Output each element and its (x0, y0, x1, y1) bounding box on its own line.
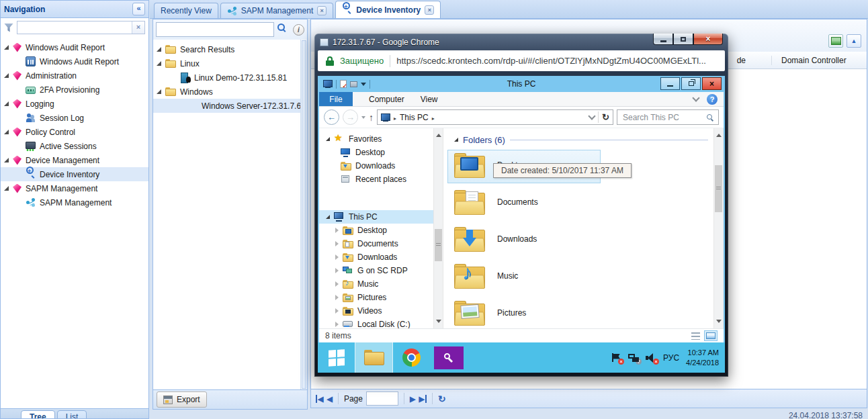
details-view-icon[interactable] (691, 332, 700, 340)
close-button[interactable]: × (693, 34, 723, 45)
expander-icon[interactable] (4, 158, 9, 162)
expander-icon[interactable] (4, 130, 9, 134)
nav-fav-recent-places[interactable]: Recent places (319, 173, 433, 186)
export-image-button[interactable] (828, 34, 843, 48)
collapsed-expander-icon[interactable] (335, 281, 339, 287)
nav-group-policy-control[interactable]: Policy Control (1, 125, 148, 139)
nav-this-pc[interactable]: This PC (319, 210, 433, 224)
info-icon[interactable]: i (293, 24, 304, 36)
start-button[interactable] (318, 342, 355, 373)
up-button[interactable]: ↑ (369, 113, 374, 122)
file-explorer-taskbar-button[interactable] (355, 342, 393, 373)
action-center-flag-icon[interactable]: × (611, 353, 621, 363)
nav-pc-pictures[interactable]: Pictures (319, 291, 433, 304)
tree-node-windows[interactable]: Windows (153, 85, 307, 99)
nav-pc-downloads[interactable]: Downloads (319, 250, 433, 264)
nav-pc-local-disk[interactable]: Local Disk (C:) (319, 318, 433, 328)
folders-group-header[interactable]: Folders (6) (454, 134, 708, 146)
collapsed-expander-icon[interactable] (335, 228, 339, 233)
thumbnail-view-toggle[interactable] (704, 330, 718, 341)
tree-node-linux-demo[interactable]: Linux Demo-172.31.15.81 (153, 71, 307, 85)
tab-list[interactable]: List (57, 410, 87, 419)
nav-fav-desktop[interactable]: Desktop (319, 146, 433, 159)
nav-pc-music[interactable]: Music (319, 277, 433, 291)
collapsed-expander-icon[interactable] (335, 295, 339, 300)
scroll-down-icon[interactable] (716, 320, 722, 326)
nav-pc-documents[interactable]: Documents (319, 237, 433, 250)
maximize-button[interactable] (673, 34, 693, 45)
language-indicator[interactable]: РУС (663, 353, 679, 363)
first-page-button[interactable]: ◀ (316, 395, 323, 403)
tree-node-windows-server[interactable]: Windows Server-172.31.7.67 (153, 99, 307, 113)
last-page-button[interactable]: ▶ (419, 395, 426, 403)
menu-computer[interactable]: Computer (369, 95, 404, 104)
tab-tree[interactable]: Tree (21, 410, 55, 419)
items-pane-scrollbar[interactable] (713, 128, 724, 328)
scrollbar-thumb[interactable] (715, 165, 722, 212)
menu-file[interactable]: File (319, 92, 353, 106)
expand-ribbon-icon[interactable] (692, 94, 699, 101)
expander-icon[interactable] (326, 215, 330, 219)
search-taskbar-button[interactable] (430, 342, 467, 373)
expander-icon[interactable] (157, 47, 161, 52)
address-dropdown-icon[interactable] (588, 112, 595, 120)
scrollbar-thumb[interactable] (435, 229, 442, 261)
nav-pane-scrollbar[interactable] (433, 128, 443, 328)
collapse-panel-button[interactable]: « (132, 3, 145, 15)
scroll-up-icon[interactable] (716, 131, 722, 137)
folder-item-documents[interactable]: Documents (454, 189, 713, 215)
collapsed-expander-icon[interactable] (335, 322, 339, 327)
help-icon[interactable]: ? (707, 94, 718, 105)
nav-group-logging[interactable]: Logging (1, 97, 148, 111)
nav-group-device-management[interactable]: Device Management (1, 153, 148, 167)
chrome-titlebar[interactable]: 172.31.7.67 - Google Chrome × (318, 34, 725, 50)
back-button[interactable]: ← (324, 109, 339, 125)
device-search-input[interactable] (156, 22, 274, 37)
expander-icon[interactable] (157, 89, 161, 94)
nav-item-session-log[interactable]: Session Log (1, 111, 148, 125)
nav-fav-downloads[interactable]: Downloads (319, 159, 433, 173)
nav-item-device-inventory[interactable]: Device Inventory (1, 167, 148, 181)
folder-item-downloads[interactable]: Downloads (454, 226, 713, 252)
clock[interactable]: 10:37 AM 4/24/2018 (686, 348, 719, 367)
tab-recently-view[interactable]: Recently View (154, 3, 218, 18)
tab-sapm-management[interactable]: SAPM Management × (220, 3, 333, 18)
close-tab-icon[interactable]: × (317, 6, 327, 15)
tree-node-linux[interactable]: Linux (153, 56, 307, 71)
collapsed-expander-icon[interactable] (335, 241, 339, 246)
scroll-down-icon[interactable] (436, 320, 441, 326)
network-icon[interactable]: ? (628, 353, 639, 363)
tab-device-inventory[interactable]: Device Inventory × (335, 1, 441, 18)
expander-icon[interactable] (4, 101, 9, 106)
restore-button[interactable] (681, 77, 701, 90)
refresh-icon[interactable]: ↻ (438, 393, 446, 404)
nav-pc-desktop[interactable]: Desktop (319, 224, 433, 237)
minimize-button[interactable] (660, 77, 680, 90)
clear-filter-button[interactable]: × (132, 21, 144, 34)
close-button[interactable]: × (702, 77, 722, 90)
search-icon[interactable] (277, 23, 290, 36)
nav-group-windows-audit-report[interactable]: Windows Audit Report (1, 40, 148, 54)
collapsed-expander-icon[interactable] (335, 254, 339, 260)
url-text[interactable]: https://scedc.krontech.com/rdp-ui/#/clie… (396, 56, 717, 66)
explorer-search-box[interactable] (617, 109, 719, 125)
secure-label[interactable]: Защищено (340, 56, 384, 66)
explorer-search-input[interactable] (621, 112, 706, 123)
refresh-icon[interactable]: ↻ (602, 112, 609, 122)
expander-icon[interactable] (454, 138, 458, 142)
nav-item-active-sessions[interactable]: Active Sessions (1, 139, 148, 153)
folder-item-music[interactable]: Music (454, 263, 713, 289)
navigation-filter-input[interactable] (17, 21, 145, 34)
next-page-button[interactable]: ▶ (410, 395, 415, 403)
nav-group-administration[interactable]: Administration (1, 68, 148, 83)
nav-pc-g-on-sc-rdp[interactable]: G on SC RDP (319, 264, 433, 277)
explorer-titlebar[interactable]: This PC × (319, 76, 724, 92)
nav-favorites[interactable]: Favorites (319, 132, 433, 146)
expander-icon[interactable] (326, 137, 330, 141)
forward-button[interactable]: → (343, 109, 358, 125)
history-dropdown-icon[interactable] (361, 116, 365, 121)
minimize-button[interactable] (653, 34, 673, 45)
expander-icon[interactable] (4, 45, 9, 50)
menu-view[interactable]: View (421, 95, 438, 104)
nav-pc-videos[interactable]: Videos (319, 304, 433, 318)
